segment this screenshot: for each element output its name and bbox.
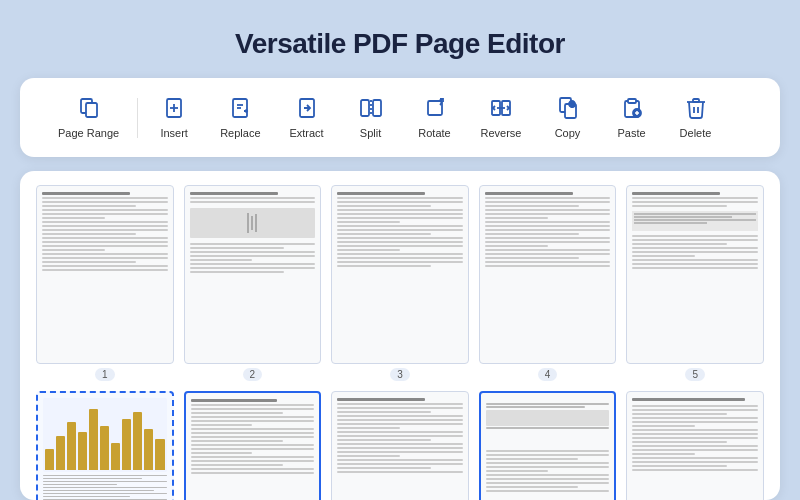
page-thumb-3 (331, 185, 469, 364)
page-item-10[interactable]: 10 (626, 391, 764, 500)
page-thumb-9 (479, 391, 617, 500)
replace-icon (228, 96, 252, 123)
page-num-3: 3 (390, 368, 410, 381)
page-thumb-8 (331, 391, 469, 500)
page-thumb-4 (479, 185, 617, 364)
page-thumb-5 (626, 185, 764, 364)
toolbar: Page Range Insert Replace (20, 78, 780, 157)
toolbar-extract-label: Extract (289, 127, 323, 139)
svg-rect-7 (361, 100, 369, 116)
page-num-5: 5 (685, 368, 705, 381)
toolbar-delete[interactable]: Delete (664, 90, 728, 145)
extract-icon (295, 96, 319, 123)
toolbar-divider-1 (137, 98, 138, 138)
toolbar-split[interactable]: Split (339, 90, 403, 145)
svg-rect-8 (373, 100, 381, 116)
pages-grid: 1 (36, 185, 764, 500)
svg-rect-10 (428, 101, 442, 115)
toolbar-insert[interactable]: Insert (142, 90, 206, 145)
page-item-1[interactable]: 1 (36, 185, 174, 381)
page-item-5[interactable]: 5 (626, 185, 764, 381)
page-thumb-6 (36, 391, 174, 500)
toolbar-reverse-label: Reverse (481, 127, 522, 139)
page-num-2: 2 (243, 368, 263, 381)
toolbar-extract[interactable]: Extract (275, 90, 339, 145)
copy-icon: C (556, 96, 580, 123)
page-num-1: 1 (95, 368, 115, 381)
page-thumb-7 (184, 391, 322, 500)
page-item-4[interactable]: 4 (479, 185, 617, 381)
page-item-3[interactable]: 3 (331, 185, 469, 381)
toolbar-copy-label: Copy (555, 127, 581, 139)
page-range-icon (77, 96, 101, 123)
page-thumb-1 (36, 185, 174, 364)
svg-text:C: C (570, 103, 573, 108)
insert-icon (162, 96, 186, 123)
page-thumb-2 (184, 185, 322, 364)
page-title: Versatile PDF Page Editor (235, 28, 565, 60)
toolbar-rotate[interactable]: Rotate (403, 90, 467, 145)
toolbar-paste[interactable]: Paste (600, 90, 664, 145)
page-item-9[interactable]: 9 (479, 391, 617, 500)
toolbar-page-range[interactable]: Page Range (44, 90, 133, 145)
svg-rect-19 (628, 99, 636, 103)
toolbar-split-label: Split (360, 127, 381, 139)
svg-rect-1 (86, 103, 97, 117)
reverse-icon (489, 96, 513, 123)
toolbar-page-range-label: Page Range (58, 127, 119, 139)
toolbar-delete-label: Delete (680, 127, 712, 139)
rotate-icon (423, 96, 447, 123)
toolbar-copy[interactable]: C Copy (536, 90, 600, 145)
page-thumb-10 (626, 391, 764, 500)
toolbar-reverse[interactable]: Reverse (467, 90, 536, 145)
page-item-7[interactable]: 7 (184, 391, 322, 500)
delete-icon (684, 96, 708, 123)
toolbar-paste-label: Paste (617, 127, 645, 139)
split-icon (359, 96, 383, 123)
page-item-8[interactable]: 8 (331, 391, 469, 500)
page-item-2[interactable]: 2 (184, 185, 322, 381)
toolbar-replace[interactable]: Replace (206, 90, 274, 145)
page-num-4: 4 (538, 368, 558, 381)
toolbar-replace-label: Replace (220, 127, 260, 139)
toolbar-insert-label: Insert (160, 127, 188, 139)
pages-container: 1 (20, 171, 780, 500)
paste-icon (620, 96, 644, 123)
toolbar-rotate-label: Rotate (418, 127, 450, 139)
page-item-6[interactable]: 6 (36, 391, 174, 500)
svg-rect-23 (693, 99, 699, 102)
